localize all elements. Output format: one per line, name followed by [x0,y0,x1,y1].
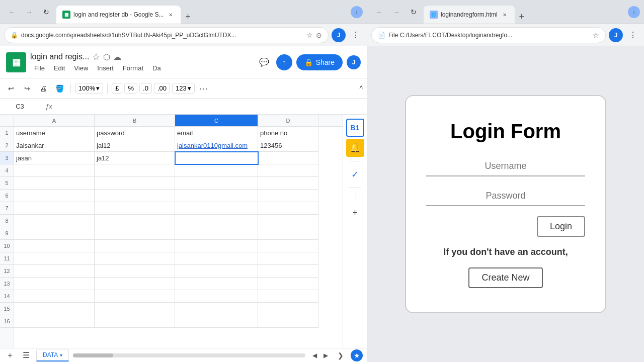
right-active-tab[interactable]: 🌐 loginandregform.html ✕ [424,6,515,24]
cell-b5[interactable] [95,177,175,190]
col-header-b[interactable]: B [95,115,175,126]
bookmark-star-icon[interactable]: ☆ [306,31,313,39]
back-button[interactable]: ← [4,4,20,20]
cell-a15[interactable] [14,303,95,315]
star-document-icon[interactable]: ☆ [92,51,100,62]
address-bar[interactable]: 🔒 docs.google.com/spreadsheets/d/1uhSVTB… [4,27,329,43]
cell-a8[interactable] [14,215,95,227]
cell-a9[interactable] [14,227,95,240]
cell-reference-box[interactable]: C3 [0,99,40,114]
cell-d14[interactable] [258,290,318,303]
cell-a7[interactable] [14,202,95,215]
cloud-save-icon[interactable]: ☁ [113,52,121,62]
currency-button[interactable]: £ [112,83,122,94]
cell-a11[interactable] [14,252,95,265]
cell-a10[interactable] [14,240,95,252]
cell-d2[interactable]: 123456 [258,139,318,152]
login-button[interactable]: Login [537,216,585,237]
decimal-increase-button[interactable]: .00 [154,83,170,94]
more-menu-button[interactable]: ⋮ [349,28,363,42]
cell-a6[interactable] [14,190,95,202]
menu-insert[interactable]: Insert [93,63,118,73]
bookmark-icon[interactable]: ⊙ [316,31,322,39]
percent-button[interactable]: % [124,83,137,94]
cell-b2[interactable]: jai12 [95,139,175,152]
forward-button[interactable]: → [21,4,37,20]
cell-d12[interactable] [258,265,318,278]
right-tab-close-button[interactable]: ✕ [501,11,509,19]
cell-d9[interactable] [258,227,318,240]
cell-d15[interactable] [258,303,318,315]
explore-button[interactable]: ★ [351,349,363,361]
cell-c12[interactable] [175,265,258,278]
cell-a16[interactable] [14,315,95,328]
cell-c4[interactable] [175,164,258,177]
cell-b13[interactable] [95,278,175,290]
cell-d1[interactable]: phone no [258,127,318,139]
cell-b7[interactable] [95,202,175,215]
cell-d3[interactable] [258,152,318,164]
cell-a13[interactable] [14,278,95,290]
col-header-c[interactable]: C [175,115,258,126]
cell-b16[interactable] [95,315,175,328]
decimal-decrease-button[interactable]: .0 [139,83,152,94]
scroll-right-button[interactable]: ▶ [320,350,331,360]
collapse-toolbar-button[interactable]: ^ [359,84,363,93]
reload-button[interactable]: ↻ [38,4,54,20]
right-more-menu-button[interactable]: ⋮ [626,28,640,42]
sheets-profile-avatar[interactable]: J [347,55,361,69]
username-input[interactable] [426,157,585,176]
add-sheet-button[interactable]: + [4,349,16,361]
scroll-left-button[interactable]: ◀ [309,350,319,360]
cell-d8[interactable] [258,215,318,227]
paint-format-button[interactable]: 🪣 [52,81,66,96]
right-bookmark-star-icon[interactable]: ☆ [593,31,599,39]
cell-c15[interactable] [175,303,258,315]
right-forward-button[interactable]: → [388,4,405,20]
menu-data[interactable]: Da [148,63,165,73]
cell-d13[interactable] [258,278,318,290]
cell-a1[interactable]: username [14,127,95,139]
cell-d5[interactable] [258,177,318,190]
zoom-selector[interactable]: 100% ▾ [75,83,103,94]
cell-c6[interactable] [175,190,258,202]
cell-d7[interactable] [258,202,318,215]
create-new-button[interactable]: Create New [468,267,542,288]
cell-d4[interactable] [258,164,318,177]
cell-a14[interactable] [14,290,95,303]
cell-b14[interactable] [95,290,175,303]
undo-button[interactable]: ↩ [4,81,18,96]
print-button[interactable]: 🖨 [36,81,50,96]
drive-icon[interactable]: ⬡ [103,52,110,62]
redo-button[interactable]: ↪ [20,81,34,96]
cell-d10[interactable] [258,240,318,252]
cell-b9[interactable] [95,227,175,240]
cell-c9[interactable] [175,227,258,240]
cell-c10[interactable] [175,240,258,252]
cell-b15[interactable] [95,303,175,315]
cell-c13[interactable] [175,278,258,290]
cell-c8[interactable] [175,215,258,227]
cell-b6[interactable] [95,190,175,202]
menu-file[interactable]: File [30,63,49,73]
cell-c7[interactable] [175,202,258,215]
cell-b4[interactable] [95,164,175,177]
cell-b11[interactable] [95,252,175,265]
cell-a5[interactable] [14,177,95,190]
cell-c1[interactable]: email [175,127,258,139]
active-tab[interactable]: ▦ login and register db - Google S... ✕ [56,6,181,24]
cell-b3[interactable]: ja12 [95,152,175,164]
expand-panels-button[interactable]: ❯ [335,349,347,361]
cell-c2[interactable]: jaisankar0110gmail.com [175,139,258,152]
right-address-bar[interactable]: 📄 File C:/Users/ELCOT/Desktop/loginandre… [371,27,606,43]
cell-a4[interactable] [14,164,95,177]
right-new-tab-button[interactable]: + [515,10,529,24]
cell-a2[interactable]: Jaisankar [14,139,95,152]
more-options-button[interactable]: ⋯ [197,83,210,94]
cell-c3-active[interactable] [175,152,258,164]
cell-d11[interactable] [258,252,318,265]
right-back-button[interactable]: ← [371,4,387,20]
cell-d16[interactable] [258,315,318,328]
sheets-list-button[interactable]: ☰ [20,349,32,361]
cell-c16[interactable] [175,315,258,328]
